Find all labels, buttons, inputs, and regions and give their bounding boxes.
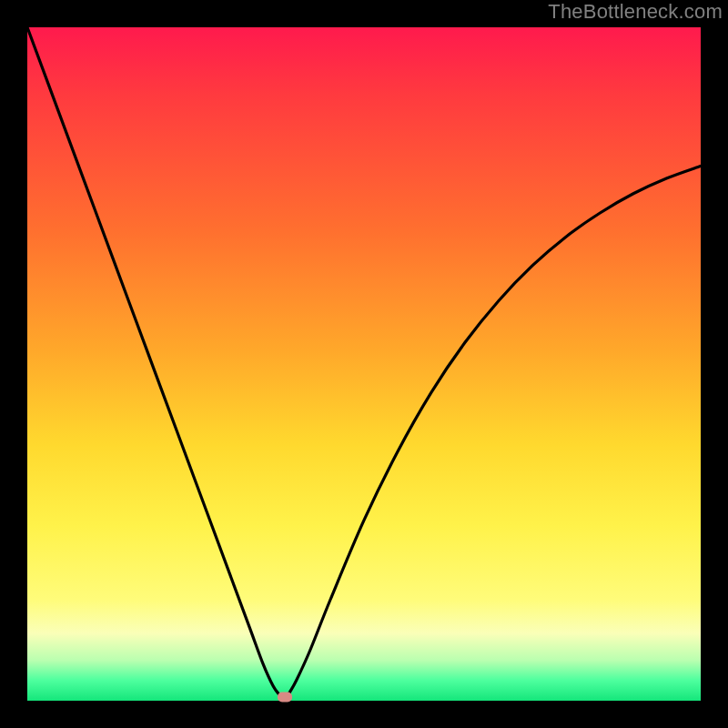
curve-svg bbox=[27, 27, 701, 701]
chart-frame: TheBottleneck.com bbox=[0, 0, 728, 728]
watermark-text: TheBottleneck.com bbox=[548, 0, 723, 24]
bottleneck-curve bbox=[27, 27, 701, 701]
bottleneck-marker bbox=[278, 693, 292, 703]
plot-area bbox=[27, 27, 701, 701]
